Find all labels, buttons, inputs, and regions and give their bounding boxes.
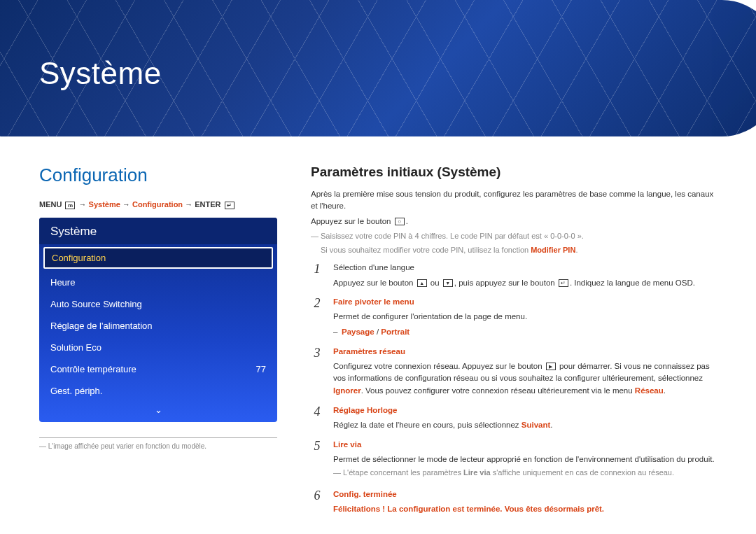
step-number: 3	[311, 346, 323, 398]
step4-post: .	[550, 421, 552, 429]
step5-note-pre: L'étape concernant les paramètres	[343, 468, 463, 477]
osd-item-alimentation[interactable]: Réglage de l'alimentation	[39, 315, 277, 337]
step6-body: Félicitations ! La configuration est ter…	[333, 503, 717, 516]
step-2: 2 Faire pivoter le menu Permet de config…	[311, 296, 717, 338]
bc-part-systeme: Système	[89, 200, 120, 209]
step5-line1: Permet de sélectionner le mode de lecteu…	[333, 454, 717, 466]
step3-mid2: . Vous pouvez configurer votre connexion…	[361, 386, 635, 395]
step2-title: Faire pivoter le menu	[333, 296, 717, 309]
osd-item-label: Solution Eco	[50, 342, 102, 353]
bc-menu-label: MENU	[39, 200, 62, 209]
step2-sep: /	[374, 328, 382, 336]
down-arrow-icon	[443, 279, 453, 287]
chapter-title: Système	[39, 56, 162, 91]
step-number: 6	[311, 489, 323, 516]
step1-line1: Sélection d'une langue	[333, 262, 717, 274]
osd-item-value: 77	[256, 364, 266, 374]
pin-note2-pre: Si vous souhaitez modifier votre code PI…	[321, 246, 531, 254]
enter-icon	[559, 279, 568, 287]
step2-portrait: Portrait	[381, 328, 410, 336]
osd-item-configuration[interactable]: Configuration	[43, 247, 273, 269]
step1-post: . Indiquez la langue de menu OSD.	[570, 279, 695, 287]
bc-part-config: Configuration	[132, 200, 183, 209]
osd-item-label: Contrôle température	[50, 364, 136, 374]
step3-title: Paramètres réseau	[333, 346, 717, 358]
step2-sub: Paysage / Portrait	[333, 326, 717, 339]
step4-suivant: Suivant	[522, 421, 551, 429]
osd-item-label: Gest. périph.	[50, 386, 102, 396]
step4-body: Réglez la date et l'heure en cours, puis…	[333, 419, 717, 432]
step1-line2: Appuyez sur le bouton ou , puis appuyez …	[333, 277, 717, 290]
osd-menu-title: Système	[39, 218, 277, 244]
step-4: 4 Réglage Horloge Réglez la date et l'he…	[311, 405, 717, 432]
step5-note-post: s'affiche uniquement en cas de connexion…	[491, 468, 674, 477]
step3-ignorer: Ignorer	[333, 386, 361, 395]
pin-note2-bold: Modifier PIN	[531, 246, 575, 254]
bc-enter-label: ENTER	[195, 200, 220, 209]
enter-icon	[225, 202, 234, 209]
step6-title: Config. terminée	[333, 489, 717, 501]
osd-item-heure[interactable]: Heure	[39, 272, 277, 293]
breadcrumb: MENU → Système → Configuration → ENTER	[39, 200, 277, 209]
step-number: 4	[311, 405, 323, 432]
step-1: 1 Sélection d'une langue Appuyez sur le …	[311, 262, 717, 290]
osd-menu-panel: Système Configuration Heure Auto Source …	[39, 218, 277, 422]
step-number: 2	[311, 296, 323, 338]
menu-icon	[65, 202, 75, 209]
divider	[39, 437, 277, 438]
step5-note-bold: Lire via	[463, 468, 491, 477]
circle-icon	[395, 218, 405, 225]
step3-pre: Configurez votre connexion réseau. Appuy…	[333, 362, 545, 370]
up-arrow-icon	[417, 279, 427, 287]
osd-item-eco[interactable]: Solution Eco	[39, 337, 277, 358]
osd-item-label: Réglage de l'alimentation	[50, 321, 153, 331]
bc-arrow: →	[79, 200, 89, 209]
osd-item-label: Heure	[50, 277, 75, 288]
chapter-banner: Système	[0, 0, 756, 136]
step1-pre: Appuyez sur le bouton	[333, 279, 416, 287]
play-icon	[546, 363, 556, 370]
pin-note2-post: .	[575, 246, 578, 254]
step1-mid: ou	[428, 279, 442, 287]
intro2-prefix: Appuyez sur le bouton	[311, 217, 393, 225]
section-title: Configuration	[39, 164, 277, 186]
step4-title: Réglage Horloge	[333, 405, 717, 417]
pin-note-2: Si vous souhaitez modifier votre code PI…	[321, 244, 717, 256]
step5-title: Lire via	[333, 439, 717, 451]
step-5: 5 Lire via Permet de sélectionner le mod…	[311, 439, 717, 482]
step4-pre: Réglez la date et l'heure en cours, puis…	[333, 421, 522, 429]
right-heading: Paramètres initiaux (Système)	[311, 164, 717, 180]
step-3: 3 Paramètres réseau Configurez votre con…	[311, 346, 717, 398]
osd-item-label: Configuration	[52, 253, 106, 263]
intro2-suffix: .	[406, 217, 408, 225]
step-number: 1	[311, 262, 323, 290]
chevron-down-icon: ⌄	[155, 405, 162, 415]
osd-item-gest-periph[interactable]: Gest. périph.	[39, 380, 277, 402]
step3-post: .	[664, 386, 666, 395]
step2-line1: Permet de configurer l'orientation de la…	[333, 311, 717, 323]
osd-item-label: Auto Source Switching	[50, 299, 142, 309]
step2-paysage: Paysage	[342, 328, 374, 336]
osd-item-auto-source[interactable]: Auto Source Switching	[39, 293, 277, 315]
step3-reseau: Réseau	[635, 386, 664, 395]
bc-arrow: →	[185, 200, 195, 209]
bc-arrow: →	[122, 200, 132, 209]
step5-note: L'étape concernant les paramètres Lire v…	[333, 467, 717, 479]
pin-note-1: Saisissez votre code PIN à 4 chiffres. L…	[311, 230, 717, 242]
step1-mid2: , puis appuyez sur le bouton	[454, 279, 557, 287]
image-footnote: L'image affichée peut varier en fonction…	[39, 442, 277, 450]
osd-item-temperature[interactable]: Contrôle température 77	[39, 358, 277, 380]
step-6: 6 Config. terminée Félicitations ! La co…	[311, 489, 717, 516]
step3-body: Configurez votre connexion réseau. Appuy…	[333, 360, 717, 398]
step-number: 5	[311, 439, 323, 482]
intro-paragraph-1: Après la première mise sous tension du p…	[311, 188, 717, 213]
osd-more-chevron[interactable]: ⌄	[39, 402, 277, 416]
intro-paragraph-2: Appuyez sur le bouton .	[311, 216, 717, 227]
